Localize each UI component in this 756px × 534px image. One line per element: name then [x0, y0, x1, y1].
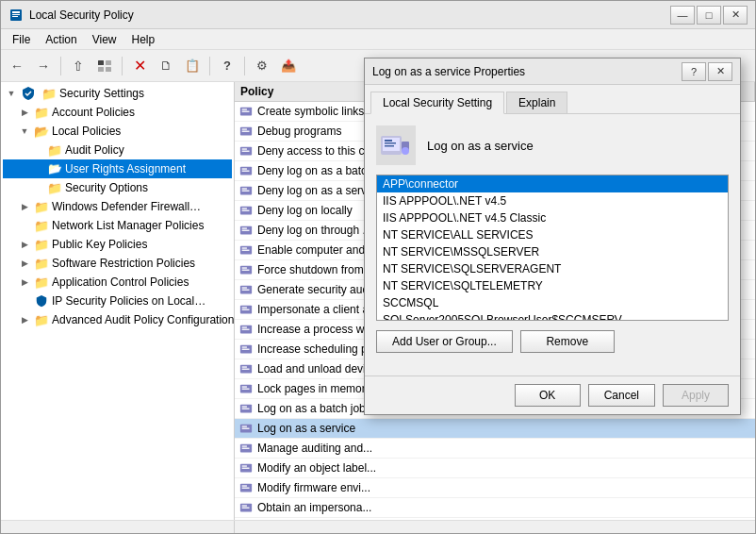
app-icon: [8, 8, 24, 23]
svg-rect-63: [242, 465, 247, 466]
delete-button[interactable]: ✕: [127, 54, 152, 78]
tree-item-account-policies[interactable]: ▶ 📁 Account Policies: [3, 103, 232, 122]
show-tree-button[interactable]: [92, 54, 117, 78]
tree-item-firewall[interactable]: ▶ 📁 Windows Defender Firewall with Adva.…: [3, 197, 232, 216]
expand-security-settings[interactable]: ▼: [5, 87, 18, 100]
back-button[interactable]: ←: [5, 54, 29, 78]
remove-button[interactable]: Remove: [520, 330, 615, 353]
dialog-close-button[interactable]: ✕: [708, 62, 732, 81]
svg-rect-64: [242, 468, 250, 469]
forward-button[interactable]: →: [31, 54, 56, 78]
expand-public-key[interactable]: ▶: [18, 238, 31, 251]
toolbar-sep-1: [60, 57, 61, 75]
list-item-7[interactable]: SCCMSQL: [377, 294, 728, 311]
minimize-button[interactable]: —: [670, 6, 695, 25]
svg-rect-45: [242, 346, 247, 347]
tree-item-public-key[interactable]: ▶ 📁 Public Key Policies: [3, 235, 232, 254]
svg-rect-2: [12, 14, 20, 15]
up-button[interactable]: ⇧: [66, 54, 90, 78]
ok-button[interactable]: OK: [515, 384, 581, 407]
tree-label-software-restriction: Software Restriction Policies: [52, 257, 195, 270]
policy-icon-10: [238, 282, 254, 297]
folder-icon-software: 📁: [34, 256, 49, 271]
add-user-group-button[interactable]: Add User or Group...: [376, 330, 513, 353]
settings-button[interactable]: ⚙: [250, 54, 274, 78]
new-button[interactable]: 🗋: [154, 54, 178, 78]
policy-name-17: Log on as a service: [257, 422, 355, 435]
help-button[interactable]: ?: [215, 54, 239, 78]
list-item-2[interactable]: IIS APPPOOL\.NET v4.5 Classic: [377, 209, 728, 226]
folder-icon-firewall: 📁: [34, 199, 49, 214]
policy-name-12: Increase a process wo...: [257, 323, 380, 336]
tree-item-user-rights[interactable]: 📂 User Rights Assignment: [3, 159, 232, 178]
svg-rect-13: [242, 131, 250, 132]
list-item-6[interactable]: NT SERVICE\SQLTELEMETRY: [377, 277, 728, 294]
policy-row[interactable]: Obtain an impersona...: [235, 498, 755, 518]
tab-local-security-setting[interactable]: Local Security Setting: [370, 92, 504, 114]
menu-file[interactable]: File: [5, 31, 38, 48]
policy-row-selected[interactable]: Log on as a service: [235, 419, 755, 439]
expand-app-control[interactable]: ▶: [18, 275, 31, 289]
tab-explain[interactable]: Explain: [506, 92, 567, 114]
list-item-4[interactable]: NT SERVICE\MSSQLSERVER: [377, 243, 728, 260]
export-button[interactable]: 📤: [276, 54, 301, 78]
svg-rect-70: [242, 508, 250, 509]
horizontal-scrollbar[interactable]: [1, 520, 755, 533]
tree-panel[interactable]: ▼ 📁 Security Settings ▶ 📁 Account Polici…: [1, 82, 235, 520]
policy-row[interactable]: Manage auditing and...: [235, 439, 755, 459]
policy-row[interactable]: Modify an object label...: [235, 459, 755, 478]
list-item-0[interactable]: APP\connector: [377, 175, 728, 192]
menu-action[interactable]: Action: [38, 31, 84, 48]
service-icon: [376, 125, 416, 165]
list-item-1[interactable]: IIS APPPOOL\.NET v4.5: [377, 192, 728, 209]
svg-rect-3: [12, 16, 18, 17]
expand-software-restriction[interactable]: ▶: [18, 257, 31, 270]
expand-account-policies[interactable]: ▶: [18, 106, 31, 119]
service-title: Log on as a service: [427, 139, 534, 153]
list-item-8[interactable]: SQLServer2005SQLBrowserUser$SCCMSERV: [377, 311, 728, 321]
apply-button[interactable]: Apply: [663, 384, 729, 407]
policy-name-15: Lock pages in memor...: [257, 382, 374, 395]
list-item-5[interactable]: NT SERVICE\SQLSERVERAGENT: [377, 260, 728, 277]
tree-item-audit-policy[interactable]: 📁 Audit Policy: [3, 141, 232, 159]
svg-rect-28: [242, 230, 250, 231]
tree-item-advanced-audit[interactable]: ▶ 📁 Advanced Audit Policy Configuration: [3, 310, 232, 329]
policy-row[interactable]: Modify firmware envi...: [235, 478, 755, 498]
properties-button[interactable]: 📋: [180, 54, 205, 78]
policy-name-4: Deny log on as a batc...: [257, 164, 376, 177]
policy-name-2: Debug programs: [257, 125, 341, 138]
maximize-button[interactable]: □: [697, 6, 721, 25]
menu-view[interactable]: View: [85, 31, 124, 48]
tree-label-local-policies: Local Policies: [52, 125, 121, 138]
policy-name-8: Enable computer and...: [257, 243, 374, 257]
svg-point-83: [402, 147, 409, 155]
tree-item-security-options[interactable]: 📁 Security Options: [3, 178, 232, 197]
expand-audit: [31, 143, 44, 157]
tree-item-security-settings[interactable]: ▼ 📁 Security Settings: [3, 84, 232, 103]
menu-help[interactable]: Help: [124, 31, 163, 48]
expand-firewall[interactable]: ▶: [18, 200, 31, 213]
svg-rect-19: [242, 171, 250, 172]
policy-icon-16: [238, 401, 254, 416]
svg-rect-7: [106, 67, 111, 72]
svg-rect-49: [242, 369, 250, 370]
svg-rect-30: [242, 247, 247, 248]
dialog-content: Log on as a service APP\connector IIS AP…: [365, 114, 740, 375]
tree-item-software-restriction[interactable]: ▶ 📁 Software Restriction Policies: [3, 254, 232, 273]
tree-item-local-policies[interactable]: ▼ 📂 Local Policies: [3, 122, 232, 141]
cancel-button[interactable]: Cancel: [588, 384, 655, 407]
service-accounts-list[interactable]: APP\connector IIS APPPOOL\.NET v4.5 IIS …: [376, 175, 729, 321]
expand-local-policies[interactable]: ▼: [18, 125, 31, 138]
close-button[interactable]: ✕: [723, 6, 748, 25]
folder-icon-user-rights: 📂: [47, 161, 62, 176]
tree-item-app-control[interactable]: ▶ 📁 Application Control Policies: [3, 273, 232, 292]
dialog-help-button[interactable]: ?: [682, 62, 706, 81]
expand-advanced-audit[interactable]: ▶: [18, 313, 31, 326]
window-controls: — □ ✕: [670, 6, 748, 25]
tree-label-public-key: Public Key Policies: [52, 238, 147, 251]
tree-item-network-list[interactable]: 📁 Network List Manager Policies: [3, 216, 232, 235]
list-item-3[interactable]: NT SERVICE\ALL SERVICES: [377, 226, 728, 243]
svg-rect-81: [385, 145, 394, 147]
tree-item-ip-security[interactable]: IP Security Policies on Local Compute...: [3, 292, 232, 310]
svg-rect-46: [242, 349, 250, 350]
